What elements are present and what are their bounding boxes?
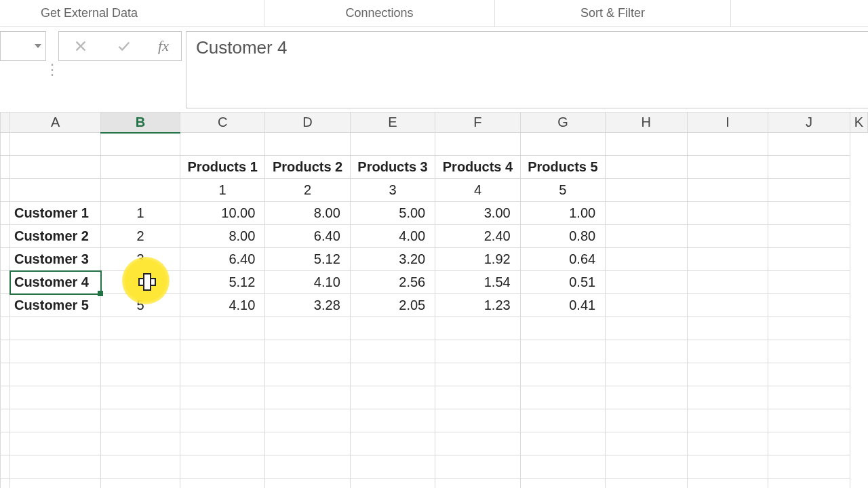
col-header-A[interactable]: A	[9, 113, 100, 133]
cell-B5[interactable]: Customer 2	[9, 225, 100, 248]
cell-B6[interactable]: Customer 3	[9, 248, 100, 271]
ribbon-group-connections[interactable]: Connections	[264, 0, 495, 26]
cell-H7[interactable]: 0.51	[520, 271, 605, 294]
cell-E3[interactable]: 2	[265, 179, 350, 202]
cell-F5[interactable]: 4.00	[350, 225, 435, 248]
cell-E4[interactable]: 8.00	[265, 202, 350, 225]
col-header-E[interactable]: E	[350, 113, 435, 133]
cell-E8[interactable]: 3.28	[265, 294, 350, 317]
row-9[interactable]	[1, 317, 868, 340]
row-7[interactable]: Customer 4 4 5.12 4.10 2.56 1.54 0.51	[1, 271, 868, 294]
cell-D4[interactable]: 10.00	[180, 202, 264, 225]
cell-E7[interactable]: 4.10	[265, 271, 350, 294]
cell-C7[interactable]: 4	[101, 271, 180, 294]
cell-C6[interactable]: 3	[101, 248, 180, 271]
cell-H4[interactable]: 1.00	[520, 202, 605, 225]
col-header-G[interactable]: G	[520, 113, 605, 133]
row-14[interactable]	[1, 432, 868, 455]
cell-F4[interactable]: 5.00	[350, 202, 435, 225]
ribbon-group-empty	[731, 0, 868, 26]
cell-D6[interactable]: 6.40	[180, 248, 264, 271]
row-3[interactable]: 1 2 3 4 5	[1, 179, 868, 202]
cell-D5[interactable]: 8.00	[180, 225, 264, 248]
row-5[interactable]: Customer 2 2 8.00 6.40 4.00 2.40 0.80	[1, 225, 868, 248]
row-8[interactable]: Customer 5 5 4.10 3.28 2.05 1.23 0.41	[1, 294, 868, 317]
formula-input[interactable]: Customer 4	[186, 31, 868, 108]
formula-buttons: fx	[58, 31, 182, 61]
cell-G7[interactable]: 1.54	[435, 271, 520, 294]
check-icon	[117, 39, 132, 54]
cell-D2[interactable]: Products 1	[180, 156, 264, 179]
cell-G4[interactable]: 3.00	[435, 202, 520, 225]
row-4[interactable]: Customer 1 1 10.00 8.00 5.00 3.00 1.00	[1, 202, 868, 225]
cell-F7[interactable]: 2.56	[350, 271, 435, 294]
cell-C4[interactable]: 1	[101, 202, 180, 225]
cell-H3[interactable]: 5	[520, 179, 605, 202]
x-icon	[73, 39, 88, 54]
column-headers-row: A B C D E F G H I J K	[1, 113, 868, 133]
cell-D3[interactable]: 1	[180, 179, 264, 202]
cancel-formula-button[interactable]	[59, 32, 102, 60]
row-16[interactable]	[1, 479, 868, 489]
cell-E5[interactable]: 6.40	[265, 225, 350, 248]
spreadsheet-grid[interactable]: A B C D E F G H I J K Products 1 Product…	[0, 112, 868, 488]
cell-H5[interactable]: 0.80	[520, 225, 605, 248]
col-header-F[interactable]: F	[435, 113, 520, 133]
cell-G6[interactable]: 1.92	[435, 248, 520, 271]
cell-H2[interactable]: Products 5	[520, 156, 605, 179]
select-all-corner[interactable]	[1, 113, 10, 133]
cell-G5[interactable]: 2.40	[435, 225, 520, 248]
cell-G2[interactable]: Products 4	[435, 156, 520, 179]
col-header-H[interactable]: H	[606, 113, 687, 133]
fx-button[interactable]: fx	[146, 37, 181, 55]
col-header-B[interactable]: B	[101, 113, 180, 133]
row-10[interactable]	[1, 340, 868, 363]
cell-B7[interactable]: Customer 4	[9, 271, 100, 294]
ribbon-group-external-data[interactable]: Get External Data	[0, 0, 264, 26]
row-1[interactable]	[1, 133, 868, 156]
cell-H8[interactable]: 0.41	[520, 294, 605, 317]
row-6[interactable]: Customer 3 3 6.40 5.12 3.20 1.92 0.64	[1, 248, 868, 271]
ribbon-group-sort-filter[interactable]: Sort & Filter	[495, 0, 731, 26]
row-11[interactable]	[1, 363, 868, 386]
row-2[interactable]: Products 1 Products 2 Products 3 Product…	[1, 156, 868, 179]
cell-G3[interactable]: 4	[435, 179, 520, 202]
cell-G8[interactable]: 1.23	[435, 294, 520, 317]
row-15[interactable]	[1, 455, 868, 479]
formula-bar-row: ⋮ fx Customer 4	[0, 27, 868, 108]
ribbon-group-labels: Get External Data Connections Sort & Fil…	[0, 0, 868, 27]
cell-C8[interactable]: 5	[101, 294, 180, 317]
cell-F8[interactable]: 2.05	[350, 294, 435, 317]
cell-E2[interactable]: Products 2	[265, 156, 350, 179]
cell-C5[interactable]: 2	[101, 225, 180, 248]
cell-D8[interactable]: 4.10	[180, 294, 264, 317]
col-header-J[interactable]: J	[768, 113, 850, 133]
cell-F3[interactable]: 3	[350, 179, 435, 202]
cell-B8[interactable]: Customer 5	[9, 294, 100, 317]
enter-formula-button[interactable]	[102, 32, 146, 60]
cell-D7[interactable]: 5.12	[180, 271, 264, 294]
cell-H6[interactable]: 0.64	[520, 248, 605, 271]
col-header-C[interactable]: C	[180, 113, 264, 133]
col-header-D[interactable]: D	[265, 113, 350, 133]
cell-F6[interactable]: 3.20	[350, 248, 435, 271]
cell-E6[interactable]: 5.12	[265, 248, 350, 271]
col-header-K[interactable]: K	[850, 113, 867, 133]
chevron-down-icon[interactable]	[35, 44, 41, 48]
cell-B4[interactable]: Customer 1	[9, 202, 100, 225]
vertical-separator: ⋮	[46, 31, 58, 108]
cell-F2[interactable]: Products 3	[350, 156, 435, 179]
name-box[interactable]	[0, 31, 46, 61]
row-12[interactable]	[1, 386, 868, 409]
col-header-I[interactable]: I	[687, 113, 768, 133]
row-13[interactable]	[1, 409, 868, 432]
